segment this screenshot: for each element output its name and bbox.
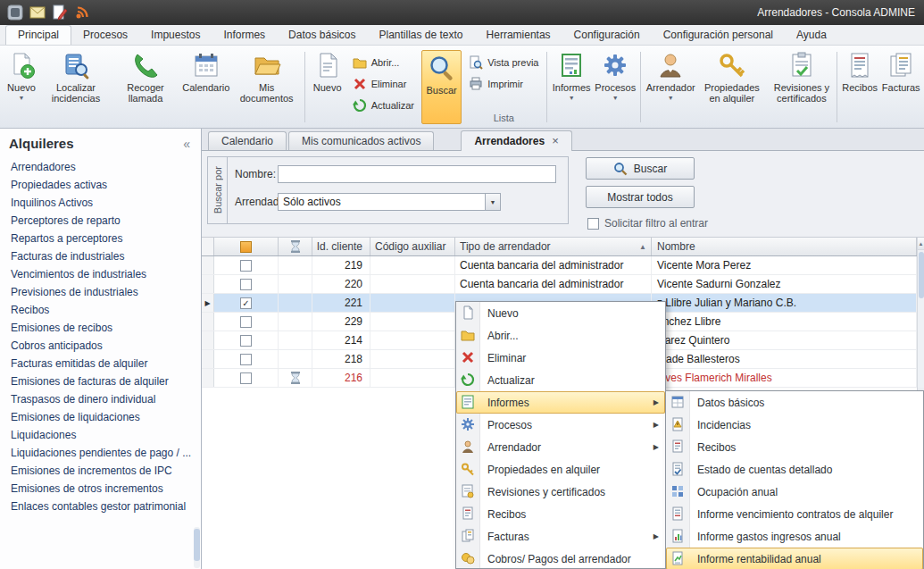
row-select-cell[interactable]: [214, 313, 279, 331]
sidebar-item-emisiones-de-facturas-de-alquiler[interactable]: Emisiones de facturas de alquiler: [0, 372, 201, 390]
checkbox-icon[interactable]: [240, 354, 252, 365]
doc-tab-arrendadores[interactable]: Arrendadores ×: [461, 130, 571, 151]
context-menu-item-nuevo[interactable]: Nuevo: [456, 302, 665, 324]
context-menu-item-abrir[interactable]: Abrir...: [456, 324, 665, 347]
sidebar-item-traspasos-de-dinero-individual[interactable]: Traspasos de dinero individual: [0, 390, 201, 408]
facturas-button[interactable]: Facturas: [879, 47, 922, 127]
context-menu-item-revisiones-y-certificados[interactable]: Revisiones y certificados: [456, 481, 665, 503]
table-row[interactable]: 219 Cuenta bancaria del administrador Vi…: [202, 256, 917, 275]
submenu-item-estado-de-cuentas-detallado[interactable]: Estado de cuentas detallado: [666, 458, 923, 481]
checkbox-icon[interactable]: [240, 260, 252, 272]
sidebar-item-recibos[interactable]: Recibos: [0, 301, 201, 319]
checkbox-icon[interactable]: [240, 335, 252, 347]
propiedades-en-alquiler-button[interactable]: Propiedades en alquiler: [697, 47, 767, 127]
sidebar-item-cobros-anticipados[interactable]: Cobros anticipados: [0, 337, 201, 355]
column-header-pending[interactable]: [279, 238, 312, 255]
close-icon[interactable]: ×: [552, 131, 559, 151]
column-header-id-cliente[interactable]: Id. cliente: [312, 238, 370, 255]
context-menu-item-cobros-pagos-del-arrendador[interactable]: Cobros/ Pagos del arrendador: [456, 548, 665, 569]
chevron-down-icon[interactable]: ▼: [485, 194, 500, 210]
submenu-item-informe-gastos-ingresos-anual[interactable]: Informe gastos ingresos anual: [666, 525, 923, 548]
submenu-item-informe-vencimiento-contratos-de-alquiler[interactable]: Informe vencimiento contratos de alquile…: [666, 503, 923, 525]
arrendador-button[interactable]: Arrendador ▼: [644, 47, 696, 127]
sidebar-item-liquidaciones-pendientes-de-pago[interactable]: Liquidaciones pendientes de pago / ...: [0, 444, 201, 462]
localizar-incidencias-button[interactable]: Localizar incidencias: [41, 47, 111, 127]
context-menu-item-facturas[interactable]: Facturas ▶: [456, 525, 665, 548]
context-menu-item-actualizar[interactable]: Actualizar: [456, 369, 665, 391]
select-all-checkbox-icon[interactable]: [240, 241, 252, 253]
revisiones-y-certificados-button[interactable]: Revisiones y certificados: [767, 47, 837, 127]
table-row[interactable]: 220 Cuenta bancaria del administrador Vi…: [202, 275, 917, 294]
submenu-item-informe-rentabilidad-anual[interactable]: Informe rentabilidad anual: [666, 548, 923, 569]
tab-informes[interactable]: Informes: [212, 26, 277, 45]
buscar-button[interactable]: Buscar: [586, 157, 695, 180]
imprimir-button[interactable]: Imprimir: [465, 73, 542, 95]
broadcast-icon[interactable]: [74, 4, 90, 21]
procesos-button[interactable]: Procesos ▼: [593, 47, 638, 127]
checkbox-icon[interactable]: [240, 372, 252, 384]
scroll-up-icon[interactable]: ▲: [918, 238, 924, 250]
sidebar-item-previsiones-de-industriales[interactable]: Previsiones de industriales: [0, 283, 201, 301]
sidebar-item-enlaces-contables-gestor-patrimonial[interactable]: Enlaces contables gestor patrimonial: [0, 498, 201, 515]
tab-herramientas[interactable]: Herramientas: [475, 26, 562, 45]
context-menu-item-propiedades-en-alquiler[interactable]: Propiedades en alquiler: [456, 458, 665, 481]
vista-previa-button[interactable]: Vista previa: [465, 52, 542, 73]
eliminar-button[interactable]: Eliminar: [349, 73, 418, 95]
sidebar-item-emisiones-de-otros-incrementos[interactable]: Emisiones de otros incrementos: [0, 480, 201, 498]
scrollbar-thumb[interactable]: [919, 252, 924, 298]
row-select-cell[interactable]: [214, 369, 279, 387]
column-header-codigo-auxiliar[interactable]: Código auxiliar: [370, 238, 455, 255]
sidebar-item-vencimientos-de-industriales[interactable]: Vencimientos de industriales: [0, 265, 201, 283]
sidebar-item-arrendadores[interactable]: Arrendadores: [0, 158, 201, 176]
column-header-select[interactable]: [214, 238, 279, 255]
nombre-input[interactable]: [278, 165, 556, 183]
tab-datos-basicos[interactable]: Datos básicos: [277, 26, 367, 45]
tab-configuracion-personal[interactable]: Configuración personal: [652, 26, 785, 45]
sidebar-item-emisiones-de-incrementos-de-ipc[interactable]: Emisiones de incrementos de IPC: [0, 462, 201, 480]
informes-button[interactable]: Informes ▼: [550, 47, 593, 127]
tab-procesos[interactable]: Procesos: [71, 26, 139, 45]
recoger-llamada-button[interactable]: Recoger llamada: [111, 47, 180, 127]
row-select-cell[interactable]: [214, 331, 279, 349]
column-header-nombre[interactable]: Nombre: [652, 238, 917, 255]
edit-note-icon[interactable]: [52, 4, 68, 21]
sidebar-scrollbar-thumb[interactable]: [194, 529, 200, 561]
row-select-cell[interactable]: [214, 350, 279, 368]
calendario-button[interactable]: Calendario: [180, 47, 232, 127]
tab-ayuda[interactable]: Ayuda: [785, 26, 838, 45]
buscar-button-ribbon[interactable]: Buscar: [421, 50, 462, 124]
context-menu-item-eliminar[interactable]: Eliminar: [456, 347, 665, 369]
checkbox-icon[interactable]: [587, 218, 599, 230]
doc-tab-calendario[interactable]: Calendario: [208, 131, 287, 150]
tab-plantillas-de-texto[interactable]: Plantillas de texto: [367, 26, 474, 45]
mis-documentos-button[interactable]: Mis documentos: [232, 47, 302, 127]
sidebar-item-facturas-emitidas-de-alquiler[interactable]: Facturas emitidas de alquiler: [0, 355, 201, 372]
solicitar-filtro-checkbox[interactable]: Solicitar filtro al entrar: [587, 217, 708, 230]
tab-principal[interactable]: Principal: [5, 25, 71, 45]
sidebar-item-emisiones-de-liquidaciones[interactable]: Emisiones de liquidaciones: [0, 408, 201, 426]
context-menu-item-procesos[interactable]: Procesos ▶: [456, 414, 665, 436]
recibos-button[interactable]: Recibos: [840, 47, 880, 127]
mostrar-todos-button[interactable]: Mostrar todos: [586, 186, 695, 208]
submenu-item-incidencias[interactable]: Incidencias: [666, 414, 923, 436]
row-select-cell[interactable]: ✓: [214, 294, 279, 312]
row-select-cell[interactable]: [214, 275, 279, 293]
sidebar-item-repartos-a-perceptores[interactable]: Repartos a perceptores: [0, 230, 201, 247]
mail-icon[interactable]: [29, 4, 46, 21]
sidebar-item-facturas-de-industriales[interactable]: Facturas de industriales: [0, 247, 201, 265]
arrendadores-select[interactable]: Sólo activos ▼: [278, 193, 501, 211]
collapse-sidebar-icon[interactable]: «: [183, 137, 190, 151]
doc-tab-mis-comunicados-activos[interactable]: Mis comunicados activos: [288, 131, 434, 150]
tab-impuestos[interactable]: Impuestos: [139, 26, 212, 45]
sidebar-item-propiedades-activas[interactable]: Propiedades activas: [0, 176, 201, 194]
row-select-cell[interactable]: [214, 256, 279, 274]
checkbox-icon[interactable]: [240, 316, 252, 328]
context-menu-item-informes[interactable]: Informes ▶: [456, 391, 665, 414]
sidebar-item-emisiones-de-recibos[interactable]: Emisiones de recibos: [0, 319, 201, 337]
column-header-tipo-de-arrendador[interactable]: Tipo de arrendador ▲: [455, 238, 652, 255]
sidebar-item-liquidaciones[interactable]: Liquidaciones: [0, 426, 201, 444]
sidebar-scrollbar[interactable]: [194, 527, 200, 568]
nuevo-button[interactable]: Nuevo ▼: [2, 47, 41, 127]
tab-configuracion[interactable]: Configuración: [562, 26, 652, 45]
checkbox-checked-icon[interactable]: ✓: [240, 297, 252, 309]
